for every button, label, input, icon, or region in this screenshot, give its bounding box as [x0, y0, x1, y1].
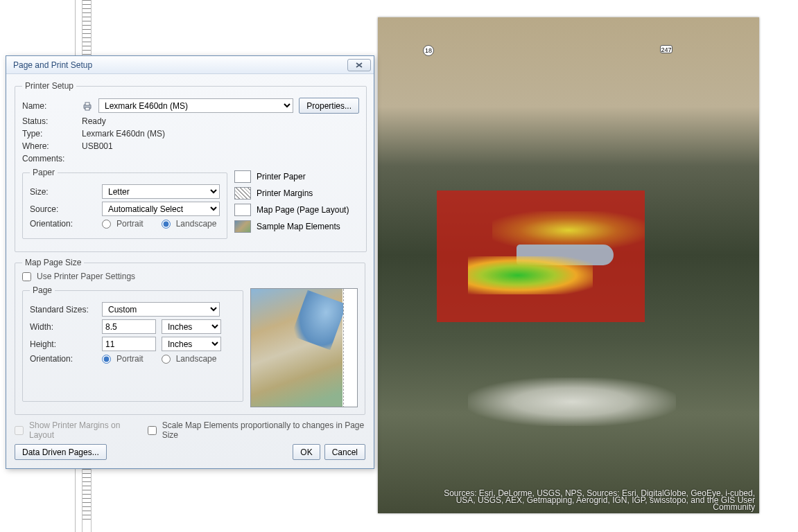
- paper-legend: Paper: [30, 168, 58, 177]
- legend-map-page-swatch: [234, 204, 251, 216]
- map-page-size-group: Map Page Size Use Printer Paper Settings…: [15, 258, 365, 415]
- status-label: Status:: [22, 116, 76, 126]
- legend-printer-margins: Printer Margins: [257, 188, 313, 198]
- legend-panel: Printer Paper Printer Margins Map Page (…: [234, 166, 359, 245]
- paper-group: Paper Size: Letter Source: Automatically…: [22, 168, 227, 239]
- page-legend: Page: [30, 285, 55, 295]
- paper-landscape-radio[interactable]: Landscape: [162, 219, 217, 229]
- scale-elements-check[interactable]: Scale Map Elements proportionally to cha…: [148, 420, 365, 440]
- paper-source-select[interactable]: Automatically Select: [102, 202, 220, 216]
- width-unit-select[interactable]: Inches: [162, 319, 221, 334]
- source-label: Source:: [30, 204, 96, 214]
- size-label: Size:: [30, 187, 96, 197]
- type-value: Lexmark E460dn (MS): [82, 129, 165, 139]
- standard-sizes-select[interactable]: Custom: [102, 302, 220, 317]
- page-landscape-radio[interactable]: Landscape: [162, 354, 217, 364]
- printer-name-select[interactable]: Lexmark E460dn (MS): [98, 98, 293, 113]
- raster-overlay: [437, 190, 645, 322]
- titlebar[interactable]: Page and Print Setup: [6, 56, 374, 74]
- map-viewport[interactable]: 18 247 Sources: Esri, DeLorme, USGS, NPS…: [378, 17, 759, 513]
- status-value: Ready: [82, 116, 106, 126]
- paper-size-select[interactable]: Letter: [102, 184, 220, 199]
- standard-sizes-label: Standard Sizes:: [30, 305, 96, 314]
- properties-button[interactable]: Properties...: [299, 98, 359, 114]
- where-value: USB001: [82, 141, 113, 151]
- route-shield-18: 18: [423, 45, 434, 56]
- use-printer-paper-check[interactable]: Use Printer Paper Settings: [22, 272, 358, 281]
- close-button[interactable]: [347, 59, 371, 71]
- name-label: Name:: [22, 101, 76, 111]
- legend-sample-map: Sample Map Elements: [257, 222, 340, 231]
- map-credits: Sources: Esri, DeLorme, USGS, NPS, Sourc…: [444, 490, 755, 511]
- legend-printer-paper-swatch: [234, 170, 251, 183]
- legend-map-page: Map Page (Page Layout): [257, 205, 349, 215]
- where-label: Where:: [22, 141, 76, 151]
- comments-label: Comments:: [22, 154, 76, 163]
- page-group: Page Standard Sizes: Custom Width: Inche…: [22, 285, 243, 402]
- page-print-setup-dialog: Page and Print Setup Printer Setup Name:…: [6, 55, 374, 469]
- height-unit-select[interactable]: Inches: [162, 337, 221, 351]
- svg-rect-1: [85, 103, 89, 105]
- type-label: Type:: [22, 129, 76, 139]
- height-input[interactable]: [102, 337, 156, 351]
- close-icon: [355, 62, 363, 69]
- page-portrait-radio[interactable]: Portrait: [102, 354, 144, 364]
- width-input[interactable]: [102, 319, 156, 334]
- mountain-snow: [468, 378, 676, 426]
- page-orientation-label: Orientation:: [30, 354, 96, 364]
- legend-printer-paper: Printer Paper: [257, 172, 306, 181]
- paper-portrait-radio[interactable]: Portrait: [102, 219, 144, 229]
- width-label: Width:: [30, 322, 96, 332]
- printer-icon: [82, 100, 93, 112]
- legend-margins-swatch: [234, 187, 251, 200]
- page-preview: [250, 288, 358, 407]
- show-margins-check[interactable]: Show Printer Margins on Layout: [15, 420, 138, 440]
- route-shield-247: 247: [660, 45, 673, 53]
- legend-sample-swatch: [234, 220, 251, 233]
- dialog-title: Page and Print Setup: [13, 60, 347, 70]
- svg-rect-2: [85, 107, 89, 110]
- cancel-button[interactable]: Cancel: [324, 444, 365, 460]
- map-page-size-legend: Map Page Size: [22, 258, 84, 267]
- data-driven-pages-button[interactable]: Data Driven Pages...: [15, 444, 107, 460]
- ok-button[interactable]: OK: [293, 444, 320, 460]
- printer-setup-legend: Printer Setup: [22, 81, 76, 91]
- paper-orientation-label: Orientation:: [30, 219, 96, 229]
- printer-setup-group: Printer Setup Name: Lexmark E460dn (MS) …: [15, 81, 367, 252]
- height-label: Height:: [30, 339, 96, 349]
